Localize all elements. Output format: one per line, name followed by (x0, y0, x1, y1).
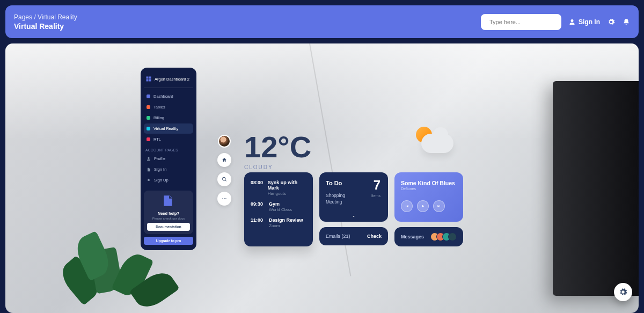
todo-count: 7 (374, 178, 380, 193)
signin-link[interactable]: Sign In (569, 18, 600, 26)
schedule-item[interactable]: 09:30GymWorld Class (251, 201, 306, 212)
ellipsis-icon (222, 196, 227, 201)
todo-item: Meeting (326, 199, 382, 206)
weather-condition: Cloudy (244, 164, 311, 170)
svg-point-2 (225, 198, 226, 199)
search-box[interactable] (481, 14, 561, 30)
search-button[interactable] (217, 172, 231, 186)
home-button[interactable] (217, 153, 231, 167)
messages-card[interactable]: Messages (394, 227, 463, 246)
breadcrumb-current: Virtual Reality (38, 13, 77, 21)
nav-billing[interactable]: Billing (144, 113, 193, 123)
avatar[interactable] (218, 135, 231, 148)
settings-icon[interactable] (608, 18, 615, 26)
brand[interactable]: Argon Dashboard 2 (144, 73, 193, 88)
schedule-item[interactable]: 11:00Design ReviewZoom (251, 217, 306, 228)
user-icon (147, 157, 151, 161)
chevron-down-icon[interactable] (351, 214, 356, 219)
schedule-item[interactable]: 08:00Synk up with MarkHangouts (251, 180, 306, 196)
vr-stage: Argon Dashboard 2 Dashboard Tables Billi… (5, 43, 639, 313)
avatar[interactable] (448, 232, 457, 241)
quick-actions (216, 135, 233, 206)
next-button[interactable] (433, 200, 445, 212)
music-player-card: Some Kind Of Blues Deftones (394, 172, 463, 222)
search-input[interactable] (489, 19, 564, 25)
play-icon (421, 204, 425, 208)
help-card: Need help? Please check our docs Documen… (144, 191, 193, 234)
docs-icon (147, 194, 190, 210)
user-icon (569, 19, 575, 25)
nav-tables[interactable]: Tables (144, 102, 193, 112)
prev-button[interactable] (401, 200, 413, 212)
upgrade-button[interactable]: Upgrade to pro (144, 237, 193, 245)
emails-card[interactable]: Emails (21) Check (319, 227, 388, 245)
nav-signup[interactable]: Sign Up (144, 175, 193, 185)
svg-point-1 (224, 198, 225, 199)
play-button[interactable] (417, 200, 429, 212)
rocket-icon (147, 178, 151, 183)
breadcrumb: Pages / Virtual Reality (14, 13, 77, 21)
prev-icon (405, 204, 409, 208)
gear-icon (619, 288, 627, 296)
nav-virtual-reality[interactable]: Virtual Reality (144, 123, 193, 134)
weather-icon (413, 124, 462, 162)
nav-signin[interactable]: Sign In (144, 164, 193, 174)
sidebar: Argon Dashboard 2 Dashboard Tables Billi… (141, 68, 196, 250)
brand-icon (145, 76, 152, 82)
more-button[interactable] (217, 192, 231, 206)
home-icon (222, 157, 227, 163)
page-title: Virtual Reality (14, 22, 77, 31)
todo-card[interactable]: To Do 7 Items Shopping Meeting (319, 172, 388, 222)
nav-rtl[interactable]: RTL (144, 134, 193, 144)
settings-fab[interactable] (614, 283, 632, 301)
avatar-stack (433, 232, 457, 241)
document-icon (147, 168, 151, 172)
nav-section-account: Account Pages (144, 145, 193, 154)
nav-profile[interactable]: Profile (144, 154, 193, 164)
bell-icon[interactable] (623, 18, 630, 26)
weather-widget: 12°C Cloudy (244, 132, 311, 170)
nav-dashboard[interactable]: Dashboard (144, 91, 193, 101)
documentation-button[interactable]: Documentation (147, 223, 190, 231)
schedule-card[interactable]: 08:00Synk up with MarkHangouts 09:30GymW… (244, 172, 313, 246)
breadcrumb-root[interactable]: Pages (14, 13, 32, 21)
next-icon (437, 204, 441, 208)
search-icon (222, 177, 227, 182)
temperature: 12°C (244, 132, 311, 162)
svg-point-0 (222, 198, 223, 199)
topbar: Pages / Virtual Reality Virtual Reality … (5, 5, 639, 38)
check-link[interactable]: Check (367, 234, 382, 239)
